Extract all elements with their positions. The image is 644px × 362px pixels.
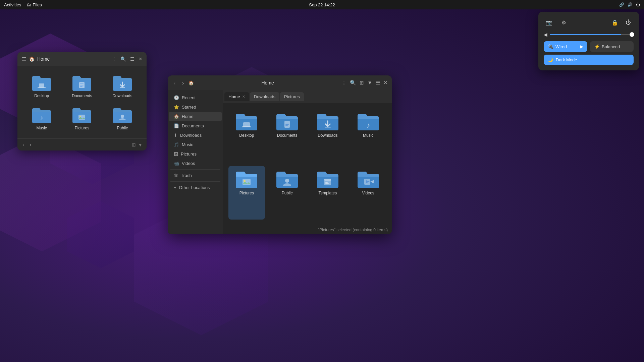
svg-rect-15 — [285, 124, 289, 125]
fml-tab-pictures[interactable]: Pictures — [280, 92, 304, 101]
fm-small-list-view-button[interactable]: ▼ — [138, 142, 143, 147]
sidebar-item-trash[interactable]: 🗑 Trash — [169, 171, 222, 180]
fm-small-view-button[interactable]: ☰ — [130, 56, 135, 62]
fm-small-search-button[interactable]: 🔍 — [120, 56, 126, 62]
fml-titlebar: ‹ › 🏠 Home ⋮ 🔍 ⊞ ▼ ☰ ✕ — [168, 75, 392, 90]
fml-folder-name-music: Music — [363, 133, 373, 138]
qs-balanced-label: Balanced — [602, 44, 620, 49]
fm-small-folder-documents[interactable]: Documents — [63, 71, 101, 101]
svg-rect-23 — [324, 179, 331, 181]
fml-folder-icon-desktop — [234, 112, 259, 131]
qs-lock-button[interactable]: 🔒 — [609, 17, 620, 28]
fml-folder-public[interactable]: Public — [269, 166, 306, 220]
sidebar-item-other-locations[interactable]: + Other Locations — [169, 183, 222, 192]
qs-volume-slider[interactable] — [550, 34, 634, 35]
fm-small-more-button[interactable]: ⋮ — [112, 56, 116, 62]
fm-small-grid-view-button[interactable]: ⊞ — [132, 142, 136, 147]
fm-small-titlebar: ☰ 🏠 Home ⋮ 🔍 ☰ ✕ — [17, 52, 147, 66]
svg-rect-16 — [285, 125, 288, 126]
fml-folder-documents[interactable]: Documents — [269, 108, 306, 162]
sidebar-label-home: Home — [182, 114, 194, 119]
fml-folder-downloads[interactable]: Downloads — [310, 108, 346, 162]
sidebar-item-starred[interactable]: ⭐ Starred — [169, 103, 222, 112]
fml-tab-home[interactable]: Home ✕ — [224, 92, 249, 101]
fml-view-toggle-button[interactable]: ⊞ — [360, 80, 364, 86]
qs-darkmode-label: Dark Mode — [556, 57, 577, 62]
quick-settings-panel: 📷 ⚙ 🔒 ⏻ ◀ 🔌 Wired ▶ ⚡ Balanced 🌙 Dark Mo… — [538, 12, 639, 70]
fm-small-folder-public[interactable]: Public — [104, 104, 141, 133]
fml-folder-music[interactable]: ♪ Music — [350, 108, 386, 162]
qs-darkmode-button[interactable]: 🌙 Dark Mode — [544, 55, 634, 65]
fml-sort-button[interactable]: ▼ — [367, 80, 372, 86]
fm-small-sidebar-toggle[interactable]: ☰ — [21, 56, 26, 62]
sidebar-item-music[interactable]: 🎵 Music — [169, 140, 222, 149]
fml-folder-pictures[interactable]: Pictures — [228, 166, 265, 220]
fml-folder-name-templates: Templates — [319, 191, 337, 195]
fml-search-button[interactable]: 🔍 — [350, 80, 356, 86]
fm-small-forward-button[interactable]: › — [29, 141, 33, 149]
svg-rect-5 — [80, 86, 83, 87]
pictures-icon: 🖼 — [174, 152, 178, 157]
fm-small-folder-pictures[interactable]: Pictures — [63, 104, 101, 133]
fm-small-folder-music[interactable]: ♪ Music — [23, 104, 60, 133]
qs-settings-button[interactable]: ⚙ — [558, 17, 569, 28]
sidebar-item-videos[interactable]: 📹 Videos — [169, 159, 222, 168]
fml-folder-videos[interactable]: Videos — [350, 166, 386, 220]
fml-folder-icon-downloads — [316, 112, 340, 131]
svg-rect-3 — [80, 83, 84, 84]
qs-left-icons: 📷 ⚙ — [544, 17, 569, 28]
fml-close-button[interactable]: ✕ — [383, 80, 388, 86]
fml-folder-templates[interactable]: Templates — [310, 166, 346, 220]
fml-folder-name-desktop: Desktop — [239, 133, 254, 138]
sidebar-item-pictures[interactable]: 🖼 Pictures — [169, 149, 222, 159]
fml-status-text: "Pictures" selected (containing 0 items) — [318, 228, 388, 232]
sidebar-label-trash: Trash — [181, 173, 192, 178]
qs-wired-button[interactable]: 🔌 Wired ▶ — [544, 41, 587, 52]
qs-volume-fill — [550, 34, 621, 35]
qs-wired-label: Wired — [555, 44, 567, 49]
fm-small-close-button[interactable]: ✕ — [139, 56, 143, 62]
qs-power-button[interactable]: ⏻ — [623, 17, 634, 28]
fml-title: Home — [197, 80, 339, 85]
qs-balanced-button[interactable]: ⚡ Balanced — [590, 41, 634, 52]
svg-point-20 — [244, 180, 246, 182]
sidebar-item-documents[interactable]: 📄 Documents — [169, 121, 222, 130]
sidebar-item-recent[interactable]: 🕐 Recent — [169, 93, 222, 102]
fm-small-folder-name-downloads: Downloads — [112, 94, 132, 98]
fm-small-folder-desktop[interactable]: Desktop — [23, 71, 60, 101]
fm-small-title: Home — [37, 56, 109, 62]
svg-point-9 — [79, 116, 81, 117]
sidebar-label-videos: Videos — [182, 161, 195, 166]
fml-more-button[interactable]: ⋮ — [341, 80, 346, 86]
fm-small-view-icons: ⊞ ▼ — [132, 142, 143, 147]
other-locations-icon: + — [174, 185, 176, 190]
svg-rect-25 — [325, 183, 329, 184]
network-icon: 🔗 — [619, 2, 624, 7]
fm-small-folder-downloads[interactable]: Downloads — [104, 71, 141, 101]
activities-button[interactable]: Activities — [4, 2, 21, 7]
fml-body: 🕐 Recent ⭐ Starred 🏠 Home 📄 Documents ⬇ … — [168, 90, 392, 234]
qs-darkmode-icon: 🌙 — [548, 57, 553, 62]
sidebar-label-recent: Recent — [182, 95, 196, 100]
topbar-datetime: Sep 22 14:22 — [309, 2, 335, 7]
qs-screenshot-button[interactable]: 📷 — [544, 17, 554, 28]
fml-tab-downloads[interactable]: Downloads — [250, 92, 279, 101]
power-icon[interactable]: ⏻ — [636, 2, 640, 7]
fm-small-back-button[interactable]: ‹ — [21, 141, 26, 149]
file-manager-large: ‹ › 🏠 Home ⋮ 🔍 ⊞ ▼ ☰ ✕ 🕐 Recent ⭐ Starre… — [168, 75, 392, 234]
sidebar-item-home[interactable]: 🏠 Home — [169, 112, 222, 121]
fml-back-button[interactable]: ‹ — [172, 79, 177, 87]
fml-tab-home-close[interactable]: ✕ — [242, 95, 245, 99]
svg-rect-24 — [325, 182, 328, 183]
fml-folder-desktop[interactable]: Desktop — [228, 108, 265, 162]
documents-icon: 📄 — [174, 123, 179, 128]
fml-titlebar-right: ⋮ 🔍 ⊞ ▼ ☰ ✕ — [341, 80, 388, 86]
sidebar-item-downloads[interactable]: ⬇ Downloads — [169, 131, 222, 140]
files-icon: 🗂 — [26, 2, 31, 7]
fml-list-view-button[interactable]: ☰ — [376, 80, 380, 86]
fm-small-folder-name-music: Music — [36, 126, 47, 130]
fml-main-area: Home ✕ Downloads Pictures — [223, 90, 392, 234]
fml-folder-name-public: Public — [282, 191, 293, 195]
videos-icon: 📹 — [174, 161, 179, 166]
fml-forward-button[interactable]: › — [180, 79, 186, 87]
